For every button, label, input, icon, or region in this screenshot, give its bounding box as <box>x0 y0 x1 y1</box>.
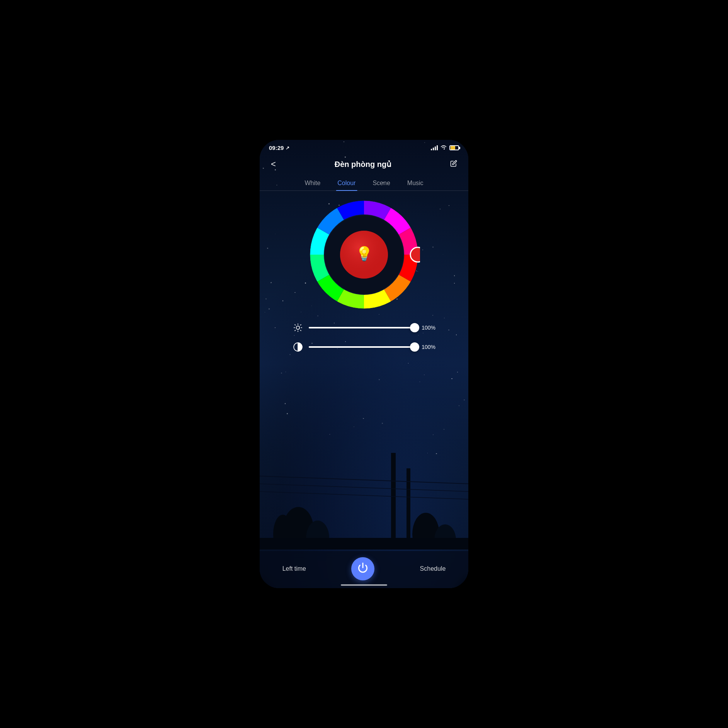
bottom-bar: Left time Schedule <box>260 551 468 588</box>
status-icons <box>431 145 459 151</box>
brightness-icon <box>293 322 303 333</box>
saturation-track[interactable] <box>309 346 415 348</box>
signal-icon <box>431 145 438 150</box>
wifi-icon <box>440 145 447 151</box>
schedule-button[interactable]: Schedule <box>420 565 446 572</box>
left-time-button[interactable]: Left time <box>282 565 306 572</box>
svg-line-28 <box>300 325 301 325</box>
sliders-section: 100% 100% <box>277 318 451 352</box>
saturation-value: 100% <box>420 344 435 350</box>
brightness-slider-row: 100% <box>293 322 435 333</box>
power-button[interactable] <box>351 557 374 580</box>
color-wheel-section: 💡 <box>260 191 468 375</box>
location-icon: ↗ <box>286 145 289 151</box>
power-icon <box>357 562 368 575</box>
time-display: 09:29 <box>269 145 284 151</box>
back-button[interactable]: < <box>269 157 278 171</box>
svg-point-19 <box>410 247 420 262</box>
svg-line-25 <box>295 325 296 325</box>
tab-music[interactable]: Music <box>399 176 432 191</box>
battery-icon <box>449 145 459 150</box>
svg-point-20 <box>296 326 300 330</box>
brightness-track[interactable] <box>309 327 415 328</box>
svg-line-27 <box>295 330 296 331</box>
status-time: 09:29 ↗ <box>269 145 289 151</box>
home-indicator <box>341 584 387 586</box>
saturation-slider-row: 100% <box>293 342 435 352</box>
edit-button[interactable] <box>448 158 459 171</box>
status-bar: 09:29 ↗ <box>260 140 468 154</box>
brightness-value: 100% <box>420 325 435 331</box>
tab-scene[interactable]: Scene <box>364 176 398 191</box>
saturation-icon <box>293 342 303 352</box>
tab-bar: White Colour Scene Music <box>260 176 468 191</box>
svg-text:💡: 💡 <box>355 245 373 262</box>
tab-colour[interactable]: Colour <box>329 176 364 191</box>
color-wheel[interactable]: 💡 <box>308 199 420 311</box>
page-title: Đèn phòng ngủ <box>335 160 391 169</box>
svg-line-26 <box>300 330 301 331</box>
tab-white[interactable]: White <box>296 176 329 191</box>
nav-bar: < Đèn phòng ngủ <box>260 154 468 176</box>
